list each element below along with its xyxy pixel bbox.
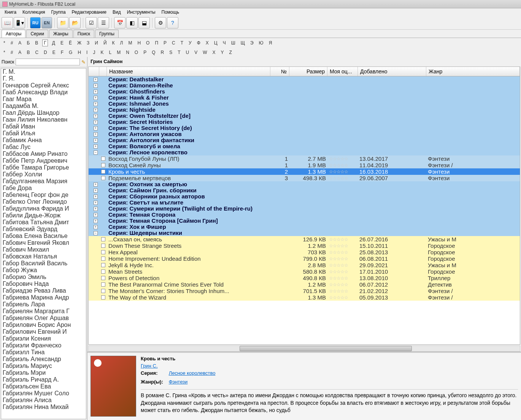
checkbox[interactable]	[101, 269, 105, 274]
series-row[interactable]: +Серия: Светът на мъглите	[89, 200, 520, 206]
series-row[interactable]: +Серия: Антология фантастики	[89, 137, 520, 143]
alpha-Е[interactable]: Е	[59, 40, 65, 46]
author-item[interactable]: Габрилович Евгений И	[1, 328, 86, 335]
author-item[interactable]: Габриэлян Нина Михай	[1, 404, 86, 410]
stars-icon[interactable]: ☆☆☆☆☆	[329, 276, 348, 281]
tab-Серии[interactable]: Серии	[26, 30, 48, 38]
expander-icon[interactable]: +	[94, 195, 98, 199]
series-row[interactable]: +Серия: Ghostfinders	[89, 89, 520, 95]
author-item[interactable]: Гааб Александр Влади	[1, 89, 86, 96]
genre-link[interactable]: Фэнтези	[169, 379, 188, 385]
alpha-D[interactable]: D	[43, 49, 48, 55]
expander-icon[interactable]: −	[94, 231, 98, 235]
author-item[interactable]: Габриэльсен Ева	[1, 383, 86, 390]
checkbox[interactable]	[101, 257, 105, 261]
series-row[interactable]: +Серия: Темная Сторона [Саймон Грин]	[89, 218, 520, 224]
author-item[interactable]: Габор Василий Василь	[1, 260, 86, 267]
checkbox[interactable]	[101, 276, 105, 280]
series-row[interactable]: −Серия: Шедевры мистики	[89, 230, 520, 236]
menu-book[interactable]: Книга	[2, 9, 19, 16]
author-item[interactable]: Габас Лус	[1, 144, 86, 151]
expander-icon[interactable]: +	[94, 189, 98, 193]
author-item[interactable]: Гаадамба М.	[1, 103, 86, 109]
help-icon[interactable]: ?	[167, 17, 178, 29]
expander-icon[interactable]: +	[94, 219, 98, 223]
calendar-icon[interactable]: 📅	[114, 17, 125, 29]
menu-edit[interactable]: Редактирование	[69, 9, 110, 16]
author-item[interactable]: Г. Я.	[1, 75, 86, 82]
device-icon[interactable]: 📱▾	[14, 17, 25, 29]
author-item[interactable]: Габе Дора	[1, 185, 86, 192]
list-icon[interactable]: ☰	[98, 17, 109, 29]
stars-icon[interactable]: ☆☆☆☆☆	[329, 269, 348, 274]
col-rate[interactable]: Моя оц...	[327, 67, 358, 76]
author-item[interactable]: Габорио Эмиль	[1, 274, 86, 281]
alpha-Ф[interactable]: Ф	[196, 40, 202, 46]
stars-icon[interactable]: ☆☆☆☆☆	[329, 256, 348, 262]
stars-icon[interactable]: ☆☆☆☆☆	[329, 169, 348, 174]
menu-collection[interactable]: Коллекция	[19, 9, 48, 16]
author-item[interactable]: Габович Михаил	[1, 246, 86, 253]
stars-icon[interactable]: ☆☆☆☆☆	[329, 295, 348, 300]
alpha-С[interactable]: С	[171, 40, 176, 46]
expander-icon[interactable]: +	[94, 182, 98, 187]
series-row[interactable]: +Серия: Сборники разных авторов	[89, 193, 520, 200]
expander-icon[interactable]: −	[94, 151, 98, 155]
alpha-И[interactable]: И	[94, 40, 99, 46]
book-row[interactable]: The Monster's Corner: Stories Through In…	[89, 288, 520, 294]
expander-icon[interactable]: +	[94, 114, 98, 118]
alpha-F[interactable]: F	[60, 49, 65, 55]
author-item[interactable]: Габбе Тамара Григорье	[1, 164, 86, 171]
col-expand[interactable]	[89, 67, 99, 76]
author-item[interactable]: Габриэль Мэри	[1, 369, 86, 376]
alpha-K[interactable]: K	[99, 49, 105, 55]
alpha-Т[interactable]: Т	[179, 40, 184, 46]
stars-icon[interactable]: ☆☆☆☆☆	[329, 288, 348, 294]
alpha-В[interactable]: В	[34, 40, 39, 46]
alpha-S[interactable]: S	[168, 49, 173, 55]
stars-icon[interactable]: ☆☆☆☆☆	[329, 263, 348, 268]
alpha-Э[interactable]: Э	[249, 40, 255, 46]
author-item[interactable]: Габбасов Амир Ринато	[1, 151, 86, 157]
book-view-icon[interactable]: 📖	[2, 17, 13, 29]
series-row[interactable]: +Серия: Nightside	[89, 107, 520, 113]
author-item[interactable]: Габриэли Франческо	[1, 342, 86, 349]
expander-icon[interactable]: +	[94, 132, 98, 136]
expander-icon[interactable]: +	[94, 138, 98, 143]
alpha-Н[interactable]: Н	[136, 40, 142, 46]
author-item[interactable]: Габитова Татьяна Дмит	[1, 219, 86, 226]
tab-Жанры[interactable]: Жанры	[49, 30, 73, 38]
author-item[interactable]: Габидуллина Фарида И	[1, 205, 86, 212]
scrollbar-thumb[interactable]	[240, 346, 412, 351]
book-row[interactable]: ...Сказал он, смеясь126.9 КВ☆☆☆☆☆26.07.2…	[89, 236, 520, 242]
author-item[interactable]: Габова Елена Василье	[1, 233, 86, 239]
author-item[interactable]: Г. М.	[1, 68, 86, 75]
col-genre[interactable]: Жанр	[426, 67, 520, 76]
alpha-O[interactable]: O	[133, 49, 139, 55]
alpha-U[interactable]: U	[185, 49, 191, 55]
expander-icon[interactable]: +	[94, 108, 98, 112]
alpha-Ш[interactable]: Ш	[230, 40, 237, 46]
tab-Поиск[interactable]: Поиск	[73, 30, 94, 38]
alpha-C[interactable]: C	[34, 49, 40, 55]
stars-icon[interactable]: ☆☆☆☆☆	[329, 282, 348, 287]
col-num[interactable]: №	[270, 67, 289, 76]
author-item[interactable]: Габорович Нада	[1, 281, 86, 287]
author-item[interactable]: Габриэли Ксения	[1, 335, 86, 342]
author-item[interactable]: Габриель Лара	[1, 301, 86, 308]
checkbox[interactable]	[101, 237, 105, 241]
menu-group[interactable]: Группа	[48, 9, 69, 16]
alpha-*[interactable]: *	[2, 49, 6, 55]
checkbox[interactable]	[101, 244, 105, 248]
alpha-P[interactable]: P	[142, 49, 148, 55]
author-item[interactable]: Габриэль Мариус	[1, 363, 86, 369]
alpha-Д[interactable]: Д	[51, 40, 56, 46]
series-row[interactable]: +Серия: Secret Histories	[89, 119, 520, 125]
alpha-М[interactable]: М	[127, 40, 133, 46]
series-row[interactable]: +Серия: Антология ужасов	[89, 131, 520, 137]
book-row[interactable]: Восход Голубой Луны (ЛП)12.7 MB☆☆☆☆☆13.0…	[89, 155, 520, 162]
series-row[interactable]: +Серия: Волкогуб и омела	[89, 143, 520, 149]
expander-icon[interactable]: +	[94, 84, 98, 88]
expander-icon[interactable]: +	[94, 126, 98, 130]
author-item[interactable]: Гаан Лилия Николаевн	[1, 116, 86, 123]
